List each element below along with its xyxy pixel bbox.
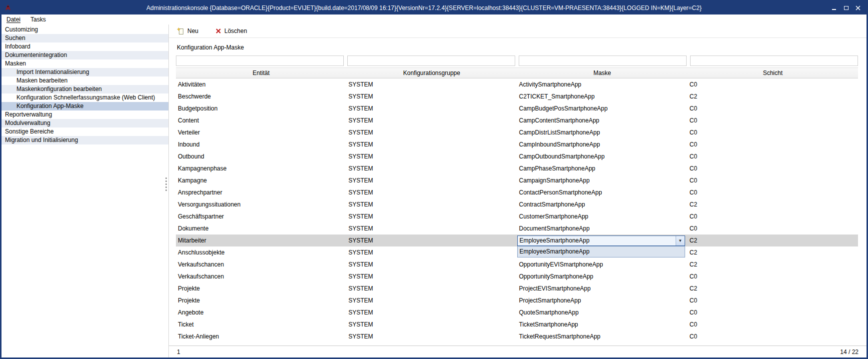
- menu-tasks[interactable]: Tasks: [29, 16, 47, 24]
- combobox-dropdown: EmployeeSmartphoneApp: [517, 246, 685, 258]
- minimize-button[interactable]: [830, 4, 839, 12]
- cell-gruppe: SYSTEM: [346, 333, 517, 340]
- content-split: CustomizingSuchenInfoboardDokumenteninte…: [1, 24, 867, 358]
- sidebar-item-import-internationalisierung[interactable]: Import Internationalisierung: [1, 68, 168, 76]
- table-row[interactable]: VersorgungssituationenSYSTEMContractSmar…: [176, 198, 858, 210]
- table-row[interactable]: AktivitätenSYSTEMActivitySmartphoneAppC0: [176, 78, 858, 90]
- cell-maske: ContactPersonSmartphoneApp: [517, 189, 688, 196]
- table-row[interactable]: KampagneSYSTEMCampaignSmartphoneAppC0: [176, 174, 858, 186]
- table-row[interactable]: VerkaufschancenSYSTEMOpportunityEVISmart…: [176, 258, 858, 270]
- cell-maske: ContractSmartphoneApp: [517, 201, 688, 208]
- sidebar-item-masken-bearbeiten[interactable]: Masken bearbeiten: [1, 76, 168, 85]
- table-row[interactable]: AngeboteSYSTEMQuoteSmartphoneAppC0: [176, 306, 858, 318]
- sidebar-item-maskenkonfiguration-bearbeiten[interactable]: Maskenkonfiguration bearbeiten: [1, 85, 168, 94]
- cell-schicht: C2: [688, 201, 858, 208]
- cell-schicht: C0: [688, 129, 858, 136]
- cell-maske: CampOutboundSmartphoneApp: [517, 153, 688, 160]
- cell-maske: TicketRequestSmartphoneApp: [517, 333, 688, 340]
- titlebar: Administrationskonsole {Database=ORACLE}…: [1, 2, 867, 14]
- sidebar-item-konfiguration-app-maske[interactable]: Konfiguration App-Maske: [1, 102, 168, 110]
- new-page-icon: [177, 28, 184, 35]
- cell-maske: TicketSmartphoneApp: [517, 321, 688, 328]
- combobox-caret-icon[interactable]: ▼: [676, 236, 685, 246]
- cell-gruppe: SYSTEM: [346, 225, 517, 232]
- cell-schicht: C2: [688, 249, 858, 256]
- table-row[interactable]: VerkaufschancenSYSTEMOpportunitySmartpho…: [176, 270, 858, 282]
- cell-maske: OpportunitySmartphoneApp: [517, 273, 688, 280]
- table-row[interactable]: BudgetpositionSYSTEMCampBudgetPosSmartph…: [176, 102, 858, 114]
- cell-schicht: C2: [688, 93, 858, 100]
- sidebar-item-customizing[interactable]: Customizing: [1, 26, 168, 34]
- column-header-maske[interactable]: Maske: [517, 70, 688, 76]
- filter-konfigurationsgruppe-input[interactable]: [347, 56, 515, 66]
- table-row[interactable]: TicketSYSTEMTicketSmartphoneAppC0: [176, 318, 858, 330]
- table-row[interactable]: ProjekteSYSTEMProjectSmartphoneAppC0: [176, 294, 858, 306]
- sidebar-item-sonstige-bereiche[interactable]: Sonstige Bereiche: [1, 128, 168, 136]
- cell-entitaet: Ansprechpartner: [176, 189, 346, 196]
- column-header-konfigurationsgruppe[interactable]: Konfigurationsgruppe: [346, 70, 517, 76]
- cell-gruppe: SYSTEM: [346, 201, 517, 208]
- cell-entitaet: Ticket: [176, 321, 346, 328]
- cell-entitaet: Verkaufschancen: [176, 273, 346, 280]
- sidebar-item-modulverwaltung[interactable]: Modulverwaltung: [1, 119, 168, 128]
- table-row[interactable]: BeschwerdeSYSTEMC2TICKET_SmartphoneAppC2: [176, 90, 858, 102]
- cell-maske: CampBudgetPosSmartphoneApp: [517, 105, 688, 112]
- maximize-button[interactable]: [842, 4, 851, 12]
- table-row[interactable]: OutboundSYSTEMCampOutboundSmartphoneAppC…: [176, 150, 858, 162]
- table-row[interactable]: MitarbeiterSYSTEMEmployeeSmartphoneApp▼E…: [176, 234, 858, 246]
- sidebar-item-konfiguration-schnellerfassungsmaske-web-client[interactable]: Konfiguration Schnellerfassungsmaske (We…: [1, 94, 168, 102]
- sidebar-item-suchen[interactable]: Suchen: [1, 34, 168, 42]
- table-row[interactable]: KampagnenphaseSYSTEMCampPhaseSmartphoneA…: [176, 162, 858, 174]
- delete-button[interactable]: Löschen: [215, 28, 247, 34]
- close-icon: [856, 6, 861, 10]
- cell-schicht: C0: [688, 105, 858, 112]
- main-panel: Neu Löschen Konfiguration App-Maske: [169, 24, 867, 358]
- table-header: Entität Konfigurationsgruppe Maske Schic…: [176, 68, 858, 78]
- sidebar-item-dokumentenintegration[interactable]: Dokumentenintegration: [1, 51, 168, 60]
- cell-entitaet: Angebote: [176, 309, 346, 316]
- table-row[interactable]: DokumenteSYSTEMDocumentSmartphoneAppC0: [176, 222, 858, 234]
- column-header-schicht[interactable]: Schicht: [688, 70, 858, 76]
- cell-entitaet: Verteiler: [176, 129, 346, 136]
- cell-schicht: C2: [688, 261, 858, 268]
- maske-combobox[interactable]: EmployeeSmartphoneApp▼EmployeeSmartphone…: [517, 236, 685, 246]
- table-row[interactable]: ProjekteSYSTEMProjectEVISmartphoneAppC2: [176, 282, 858, 294]
- column-header-entitaet[interactable]: Entität: [176, 70, 346, 76]
- sidebar-item-infoboard[interactable]: Infoboard: [1, 42, 168, 51]
- splitter-handle[interactable]: [165, 178, 167, 191]
- table-row[interactable]: GeschäftspartnerSYSTEMCustomerSmartphone…: [176, 210, 858, 222]
- cell-maske: CampDistrListSmartphoneApp: [517, 129, 688, 136]
- cell-maske: C2TICKET_SmartphoneApp: [517, 93, 688, 100]
- close-button[interactable]: [854, 4, 863, 12]
- cell-schicht: C0: [688, 81, 858, 88]
- cell-schicht: C0: [688, 117, 858, 124]
- section-title: Konfiguration App-Maske: [177, 44, 860, 51]
- menu-datei[interactable]: Datei: [5, 16, 21, 24]
- cell-gruppe: SYSTEM: [346, 261, 517, 268]
- app-window: Administrationskonsole {Database=ORACLE}…: [0, 0, 868, 359]
- dropdown-option[interactable]: EmployeeSmartphoneApp: [518, 246, 685, 257]
- table-row[interactable]: Ticket-AnliegenSYSTEMTicketRequestSmartp…: [176, 330, 858, 342]
- sidebar-item-migration-und-initialisierung[interactable]: Migration und Initialisierung: [1, 136, 168, 144]
- page-number: 1: [177, 348, 180, 356]
- cell-schicht: C0: [688, 297, 858, 304]
- cell-gruppe: SYSTEM: [346, 249, 517, 256]
- filter-maske-input[interactable]: [519, 56, 687, 66]
- cell-schicht: C0: [688, 321, 858, 328]
- new-button[interactable]: Neu: [177, 28, 198, 35]
- sidebar-item-reportverwaltung[interactable]: Reportverwaltung: [1, 110, 168, 119]
- filter-entitaet-input[interactable]: [176, 56, 344, 66]
- table-row[interactable]: ContentSYSTEMCampContentSmartphoneAppC0: [176, 114, 858, 126]
- table-row[interactable]: InboundSYSTEMCampInboundSmartphoneAppC0: [176, 138, 858, 150]
- table-row[interactable]: AnsprechpartnerSYSTEMContactPersonSmartp…: [176, 186, 858, 198]
- cell-maske: ProjectSmartphoneApp: [517, 297, 688, 304]
- cell-entitaet: Budgetposition: [176, 105, 346, 112]
- cell-schicht: C0: [688, 213, 858, 220]
- cell-gruppe: SYSTEM: [346, 165, 517, 172]
- cell-gruppe: SYSTEM: [346, 141, 517, 148]
- cell-entitaet: Ticket-Anliegen: [176, 333, 346, 340]
- maximize-icon: [844, 6, 849, 10]
- filter-schicht-input[interactable]: [690, 56, 858, 66]
- table-row[interactable]: VerteilerSYSTEMCampDistrListSmartphoneAp…: [176, 126, 858, 138]
- sidebar-item-masken[interactable]: Masken: [1, 60, 168, 68]
